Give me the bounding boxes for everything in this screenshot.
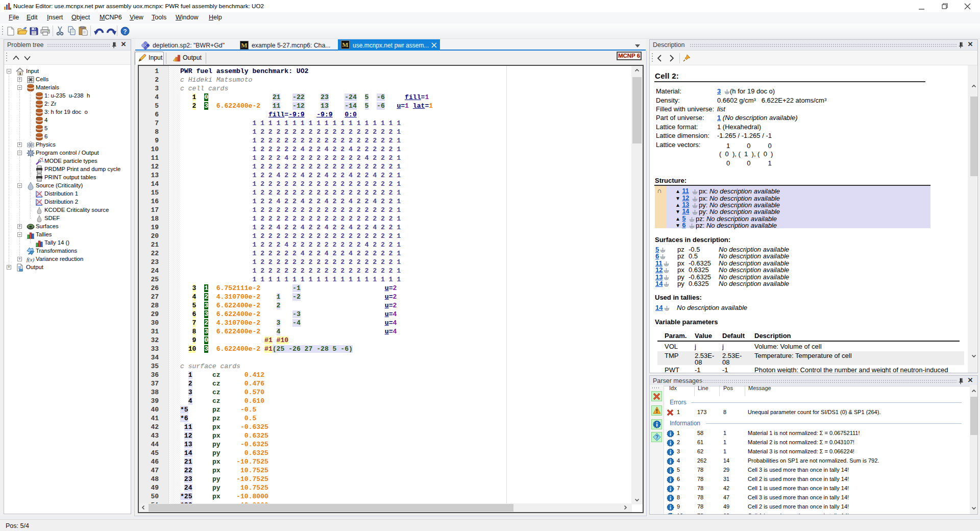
svg-text:?: ?	[123, 28, 127, 35]
svg-text:M: M	[241, 41, 247, 49]
svg-text:M: M	[342, 41, 348, 49]
svg-text:?: ?	[655, 435, 658, 440]
svg-text:f(x): f(x)	[27, 256, 35, 263]
